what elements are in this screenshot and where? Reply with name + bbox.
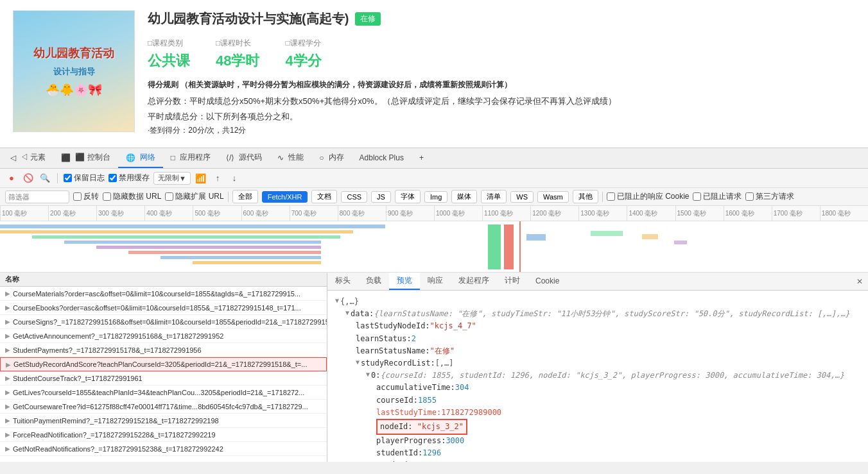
upload-icon[interactable]: ↑ — [211, 172, 224, 185]
tick-400: 400 毫秒 — [144, 206, 193, 221]
expand-root[interactable]: ▼ — [335, 296, 339, 306]
request-item-9[interactable]: ▶ GetCoursewareTree?id=61275f88cff47e000… — [0, 400, 327, 414]
blocked-cookies-checkbox[interactable] — [607, 192, 615, 201]
throttle-select[interactable]: 无限制 ▼ — [153, 172, 191, 185]
request-item-4[interactable]: ▶ GetActiveAnnouncement?_=17182729915168… — [0, 329, 327, 343]
meta-credits: □课程学分 4学分 — [285, 38, 321, 71]
expand-data[interactable]: ▼ — [345, 308, 349, 318]
tick-700: 700 毫秒 — [290, 206, 338, 221]
preserve-log-checkbox[interactable] — [64, 174, 72, 182]
json-item0-children: accumulativeTime: 304 courseId: 1855 las… — [366, 382, 860, 462]
tab-console[interactable]: ⬛ ⬛ 控制台 — [53, 148, 117, 168]
filter-js[interactable]: JS — [371, 191, 391, 203]
svg-rect-11 — [591, 231, 623, 236]
tab-headers[interactable]: 标头 — [327, 273, 358, 290]
filter-css[interactable]: CSS — [341, 191, 367, 203]
clear-button[interactable]: 🚫 — [22, 172, 35, 185]
scoring-rule-label: 得分规则 — [148, 80, 178, 89]
tab-application[interactable]: □ 应用程序 — [163, 148, 218, 168]
tick-1200: 1200 毫秒 — [530, 206, 578, 221]
invert-checkbox[interactable] — [73, 192, 82, 201]
scoring-rule: 得分规则 （相关资源缺时，平时分得分暂为相应模块的满分，待资源建设好后，成绩将重… — [148, 80, 855, 90]
filter-ws[interactable]: WS — [510, 191, 534, 203]
waterfall-svg — [0, 221, 868, 272]
devtools-container: ◁ ◁ 元素 ⬛ ⬛ 控制台 🌐 网络 □ 应用程序 ⟨/⟩ 源代码 ∿ 性能 … — [0, 148, 868, 462]
tab-cookie[interactable]: Cookie — [528, 273, 567, 290]
filter-wasm[interactable]: Wasm — [537, 191, 569, 203]
hide-ext-url-label[interactable]: 隐藏扩展 URL — [165, 191, 223, 202]
third-party-label[interactable]: 第三方请求 — [745, 191, 794, 202]
status-badge: 在修 — [355, 12, 381, 26]
tick-1300: 1300 毫秒 — [578, 206, 627, 221]
svg-rect-13 — [674, 241, 687, 244]
filter-all[interactable]: 全部 — [232, 190, 258, 203]
invert-label[interactable]: 反转 — [73, 191, 99, 202]
expand-item0[interactable]: ▼ — [366, 369, 370, 380]
filter-other[interactable]: 其他 — [573, 190, 598, 203]
tab-adblock[interactable]: Adblock Plus — [352, 148, 412, 168]
filter-input[interactable] — [5, 190, 69, 203]
record-button[interactable]: ● — [5, 172, 18, 185]
tab-payload[interactable]: 负载 — [358, 273, 389, 290]
filter-fetch-xhr[interactable]: Fetch/XHR — [262, 191, 308, 203]
hide-data-url-checkbox[interactable] — [103, 192, 111, 201]
tab-performance[interactable]: ∿ 性能 — [270, 148, 311, 168]
filter-media[interactable]: 媒体 — [451, 190, 477, 203]
svg-rect-4 — [96, 246, 321, 249]
download-icon[interactable]: ↓ — [228, 172, 241, 185]
detail-close-button[interactable]: ✕ — [851, 273, 868, 290]
request-item-6[interactable]: ▶ GetStudyRecordAndScore?teachPlanCourse… — [0, 357, 327, 371]
tab-add[interactable]: + — [412, 148, 431, 168]
hide-ext-url-checkbox[interactable] — [165, 192, 173, 201]
svg-rect-5 — [128, 251, 321, 254]
request-item-3[interactable]: ▶ CourseSigns?_=17182729915168&offset=0&… — [0, 315, 327, 329]
requests-header: 名称 — [0, 273, 327, 287]
filter-doc[interactable]: 文档 — [311, 190, 337, 203]
tick-500: 500 毫秒 — [193, 206, 241, 221]
disable-cache-label[interactable]: 禁用缓存 — [108, 173, 150, 183]
third-party-checkbox[interactable] — [745, 192, 754, 201]
json-last-study-node: lastStudyNodeId: "kcjs_4_7" — [356, 320, 860, 332]
blocked-requests-label[interactable]: 已阻止请求 — [693, 191, 742, 202]
tab-response[interactable]: 响应 — [420, 273, 451, 290]
request-item-10[interactable]: ▶ TuitionPaymentRemind?_=17182729915218&… — [0, 414, 327, 428]
tab-initiator[interactable]: 发起程序 — [451, 273, 497, 290]
tick-200: 200 毫秒 — [48, 206, 96, 221]
request-item-8[interactable]: ▶ GetLives?courseId=1855&teachPlanId=34&… — [0, 385, 327, 400]
tab-elements[interactable]: ◁ ◁ 元素 — [3, 148, 53, 168]
tick-600: 600 毫秒 — [241, 206, 290, 221]
tab-timing[interactable]: 计时 — [497, 273, 528, 290]
request-item-7[interactable]: ▶ StudentCourseTrack?_t=1718272991961 — [0, 371, 327, 385]
json-last-study-time: lastStudyTime: 1718272989000 — [376, 407, 860, 419]
hide-data-url-label[interactable]: 隐藏数据 URL — [103, 191, 161, 202]
json-data-children: lastStudyNodeId: "kcjs_4_7" learnStatus:… — [345, 320, 860, 462]
filter-clear[interactable]: 清单 — [481, 190, 507, 203]
blocked-requests-checkbox[interactable] — [693, 192, 701, 201]
add-tab-icon: + — [419, 153, 424, 162]
blocked-cookies-label[interactable]: 已阻止的响应 Cookie — [607, 191, 690, 202]
preserve-log-label[interactable]: 保留日志 — [64, 173, 105, 183]
tab-network[interactable]: 🌐 网络 — [118, 148, 163, 168]
meta-category: □课程类别 公共课 — [148, 38, 190, 71]
request-item-5[interactable]: ▶ StudentPayments?_=17182729915178&_t=17… — [0, 343, 327, 357]
thumb-subtitle: 设计与指导 — [53, 66, 95, 78]
request-item-11[interactable]: ▶ ForceReadNotification?_=17182729915228… — [0, 428, 327, 442]
detail-content: ▼ {,…} ▼ data: {learnStatusName: "在修", s… — [327, 291, 868, 462]
meta-category-label: □课程类别 — [148, 38, 190, 49]
request-icon-12: ▶ — [5, 445, 10, 452]
request-item-2[interactable]: ▶ CourseEbooks?order=asc&offset=0&limit=… — [0, 301, 327, 315]
tab-preview[interactable]: 预览 — [389, 273, 420, 290]
search-button[interactable]: 🔍 — [39, 172, 51, 185]
filter-font[interactable]: 字体 — [395, 190, 421, 203]
tab-memory[interactable]: ○ 内存 — [311, 148, 351, 168]
filter-img[interactable]: Img — [424, 191, 447, 203]
svg-rect-0 — [0, 224, 385, 228]
tab-sources[interactable]: ⟨/⟩ 源代码 — [218, 148, 270, 168]
disable-cache-checkbox[interactable] — [108, 174, 117, 182]
svg-rect-10 — [526, 234, 546, 241]
request-item-12[interactable]: ▶ GetNotReadNotifications?_=171827299152… — [0, 442, 327, 456]
request-item-1[interactable]: ▶ CourseMaterials?order=asc&offset=0&lim… — [0, 287, 327, 301]
request-icon-1: ▶ — [5, 290, 10, 297]
meta-duration-value: 48学时 — [216, 51, 259, 71]
expand-study-record[interactable]: ▼ — [356, 357, 360, 368]
